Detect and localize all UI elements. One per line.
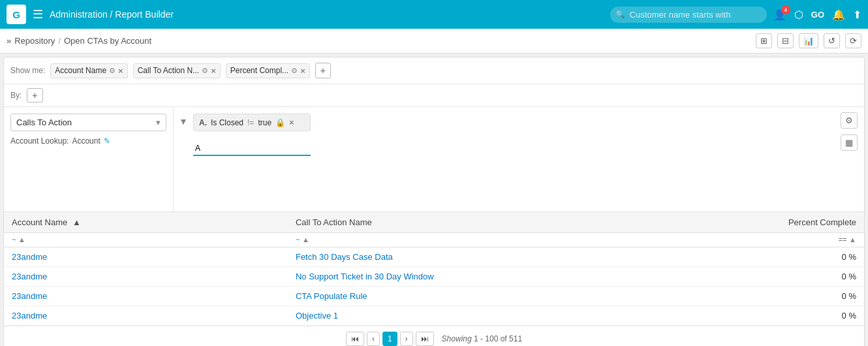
hierarchy-icon[interactable]: ⬡ (794, 8, 803, 21)
col-cta-header[interactable]: Call To Action Name (288, 212, 580, 233)
view-grid-icon[interactable]: ⊞ (756, 33, 772, 48)
reload-icon[interactable]: ⟳ (845, 33, 861, 48)
account-link[interactable]: 23andme (12, 291, 47, 301)
breadcrumb-icons: ⊞ ⊟ 📊 ↺ ⟳ (756, 33, 861, 48)
uparrow-icon[interactable]: ⬆ (853, 8, 861, 21)
filter-lock-icon[interactable]: 🔒 (275, 118, 285, 127)
table-row: 23andme Fetch 30 Days Case Data 0 % (4, 247, 864, 267)
filter-delete-icon[interactable]: × (289, 118, 294, 127)
main-content: Show me: Account Name ⚙ × Call To Action… (3, 57, 865, 346)
user-icon[interactable]: 👤4 (773, 8, 786, 21)
account-value: Account (72, 136, 100, 146)
account-link[interactable]: 23andme (12, 311, 47, 321)
by-label: By: (10, 91, 22, 100)
account-edit-icon[interactable]: ✎ (104, 136, 110, 146)
add-column-button[interactable]: + (315, 63, 331, 78)
toolbar-row: Show me: Account Name ⚙ × Call To Action… (4, 57, 864, 84)
chip-cta-label: Call To Action N... (138, 66, 200, 75)
search-input[interactable] (610, 7, 767, 23)
table-row: 23andme No Support Ticket in 30 Day Wind… (4, 267, 864, 287)
last-page-button[interactable]: ⏭ (416, 332, 434, 346)
page-1-button[interactable]: 1 (382, 332, 397, 346)
chip-account-gear[interactable]: ⚙ (109, 67, 116, 75)
content-area: Calls To Action ▾ Account Lookup: Accoun… (4, 107, 864, 212)
cell-account: 23andme (4, 267, 288, 287)
col-cta-filter-sort: ▲ (302, 236, 309, 244)
view-list-icon[interactable]: ⊟ (777, 33, 794, 48)
table-body: 23andme Fetch 30 Days Case Data 0 % 23an… (4, 247, 864, 326)
chip-percent-close[interactable]: × (300, 66, 305, 76)
col-percent-filter-eq: == (839, 236, 847, 244)
pagination-row: ⏮ ‹ 1 › ⏭ Showing 1 - 100 of 511 (4, 326, 864, 346)
top-navigation: G ☰ Administration / Report Builder 👤4 ⬡… (0, 0, 868, 29)
chart-icon[interactable]: 📊 (799, 33, 818, 48)
filter-text-input[interactable] (193, 142, 311, 156)
table-row: 23andme Objective 1 0 % (4, 306, 864, 326)
filter-settings-button[interactable]: ⚙ (841, 112, 858, 129)
user-badge: 4 (781, 5, 790, 14)
filter-grid-button[interactable]: ▦ (841, 134, 858, 151)
chip-cta-name: Call To Action N... ⚙ × (133, 63, 221, 78)
col-cta-filter-tilde: ~ (296, 236, 300, 244)
cta-link[interactable]: Fetch 30 Days Case Data (296, 252, 393, 262)
next-page-button[interactable]: › (400, 332, 413, 346)
nav-icons: 👤4 ⬡ GO 🔔 ⬆ (773, 8, 861, 21)
chip-cta-gear[interactable]: ⚙ (202, 67, 208, 75)
breadcrumb: » Repository / Open CTAs by Account (7, 36, 151, 46)
chip-account-close[interactable]: × (118, 66, 123, 76)
cell-cta: CTA Populate Rule (288, 287, 580, 306)
chip-percent-gear[interactable]: ⚙ (291, 67, 298, 75)
prev-page-button[interactable]: ‹ (367, 332, 380, 346)
filter-input-row (193, 142, 311, 156)
bell-icon[interactable]: 🔔 (832, 8, 845, 21)
percent-value: 0 % (842, 252, 856, 262)
cell-cta: Objective 1 (288, 306, 580, 326)
percent-value: 0 % (842, 291, 856, 301)
col-account-filter: ~ ▲ (4, 233, 288, 247)
breadcrumb-repo[interactable]: Repository (14, 36, 55, 46)
by-row: By: + (4, 84, 864, 107)
cta-link[interactable]: CTA Populate Rule (296, 291, 367, 301)
show-me-label: Show me: (10, 66, 45, 75)
cell-cta: Fetch 30 Days Case Data (288, 247, 580, 267)
col-account-filter-tilde: ~ (12, 236, 16, 244)
left-panel: Calls To Action ▾ Account Lookup: Accoun… (4, 107, 174, 212)
app-logo: G (7, 5, 26, 24)
chip-percent-label: Percent Compl... (230, 66, 288, 75)
refresh-icon[interactable]: ↺ (824, 33, 840, 48)
col-account-header[interactable]: Account Name ▲ (4, 212, 288, 233)
filter-op: != (247, 118, 254, 127)
filter-field: Is Closed (211, 118, 243, 127)
go-label[interactable]: GO (811, 10, 824, 20)
first-page-button[interactable]: ⏮ (346, 332, 364, 346)
cell-percent: 0 % (580, 247, 864, 267)
data-table: Account Name ▲ Call To Action Name Perce… (4, 212, 864, 326)
cell-account: 23andme (4, 247, 288, 267)
account-lookup-label: Account Lookup: (10, 136, 69, 146)
filter-value: true (258, 118, 271, 127)
filter-letter: A. (199, 118, 207, 127)
col-percent-header[interactable]: Percent Complete (580, 212, 864, 233)
table-wrapper: Account Name ▲ Call To Action Name Perce… (4, 212, 864, 326)
breadcrumb-sep: / (58, 36, 61, 46)
pagination-info: Showing 1 - 100 of 511 (442, 334, 522, 343)
chip-account-name: Account Name ⚙ × (50, 63, 127, 78)
cta-link[interactable]: No Support Ticket in 30 Day Window (296, 272, 434, 281)
percent-value: 0 % (842, 272, 856, 281)
breadcrumb-bar: » Repository / Open CTAs by Account ⊞ ⊟ … (0, 29, 868, 54)
chip-account-label: Account Name (55, 66, 106, 75)
breadcrumb-page: Open CTAs by Account (64, 36, 151, 46)
dropdown-label: Calls To Action (16, 118, 72, 127)
account-link[interactable]: 23andme (12, 252, 47, 262)
add-by-button[interactable]: + (27, 88, 42, 102)
cell-percent: 0 % (580, 287, 864, 306)
cta-link[interactable]: Objective 1 (296, 311, 338, 321)
menu-icon[interactable]: ☰ (33, 7, 43, 22)
filter-funnel-icon: ▼ (179, 116, 188, 127)
chip-cta-close[interactable]: × (211, 66, 216, 76)
app-title: Administration / Report Builder (50, 9, 604, 20)
breadcrumb-arrow: » (7, 36, 11, 46)
calls-to-action-dropdown[interactable]: Calls To Action ▾ (10, 114, 166, 131)
account-link[interactable]: 23andme (12, 272, 47, 281)
dropdown-arrow-icon: ▾ (156, 118, 161, 127)
